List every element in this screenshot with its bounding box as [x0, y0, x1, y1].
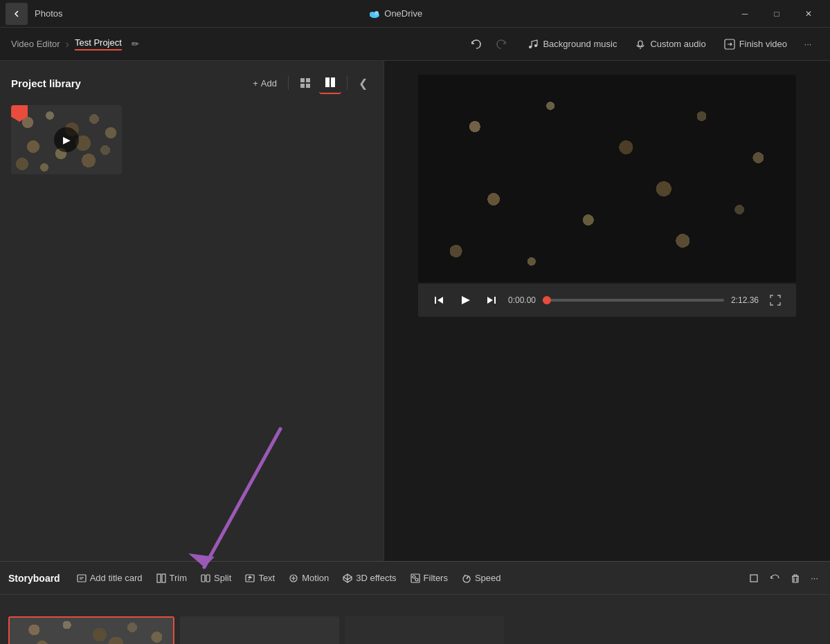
video-preview [418, 75, 796, 282]
panel-controls: + Add ❮ [247, 72, 372, 94]
skip-back-button[interactable] [429, 291, 449, 310]
svg-point-26 [415, 578, 418, 581]
svg-point-22 [249, 576, 251, 578]
svg-rect-28 [750, 575, 757, 582]
panel-title: Project library [11, 77, 81, 89]
grid-large-icon [325, 77, 336, 88]
view-grid-large-button[interactable] [319, 72, 341, 94]
storyboard-toolbar: Storyboard Add title card Trim Split [0, 562, 830, 595]
svg-rect-13 [331, 77, 335, 87]
library-item[interactable]: ▶ [11, 105, 122, 174]
add-label: Add [261, 78, 277, 89]
project-library-panel: Project library + Add [0, 61, 384, 561]
add-title-card-button[interactable]: Add title card [71, 569, 148, 587]
video-controls: 0:00.00 2:12.36 [418, 284, 796, 317]
background-music-button[interactable]: Background music [519, 35, 625, 54]
onedrive-label: OneDrive [384, 8, 422, 19]
rotate-icon [769, 573, 780, 584]
fullscreen-button[interactable] [766, 291, 785, 310]
bg-music-label: Background music [543, 39, 617, 49]
breadcrumb: Video Editor › Test Project ✏ [11, 37, 139, 50]
back-button[interactable] [6, 3, 28, 25]
custom-audio-label: Custom audio [650, 39, 705, 49]
svg-rect-9 [306, 78, 310, 82]
minimize-button[interactable]: ─ [729, 3, 761, 25]
breadcrumb-parent[interactable]: Video Editor [11, 39, 60, 49]
svg-rect-29 [793, 576, 798, 582]
collapse-panel-button[interactable]: ❮ [353, 73, 372, 93]
app-title: Photos [35, 8, 62, 19]
motion-icon [289, 573, 298, 583]
add-media-button[interactable]: + Add [247, 75, 282, 91]
finish-video-button[interactable]: Finish video [716, 35, 795, 54]
finish-video-label: Finish video [739, 39, 787, 49]
panel-header: Project library + Add [11, 72, 372, 94]
svg-rect-19 [201, 575, 205, 582]
crop-button[interactable] [745, 569, 763, 587]
text-icon [245, 573, 255, 583]
progress-indicator[interactable] [543, 296, 551, 304]
more-options-button[interactable]: ··· [797, 33, 819, 55]
storyboard-label: Storyboard [8, 573, 60, 584]
progress-bar[interactable] [543, 299, 724, 302]
storyboard-clip-1[interactable]: 🔇 [8, 616, 174, 644]
redo-button[interactable] [490, 33, 512, 55]
svg-rect-14 [435, 297, 436, 304]
svg-rect-18 [162, 574, 165, 582]
svg-rect-11 [306, 84, 310, 88]
onedrive-icon [369, 8, 380, 19]
speed-button[interactable]: Speed [456, 569, 507, 587]
title-card-icon [77, 573, 87, 583]
close-button[interactable]: ✕ [793, 3, 824, 25]
rotate-button[interactable] [766, 569, 784, 587]
play-button[interactable] [455, 291, 475, 310]
edit-icon[interactable]: ✏ [132, 39, 139, 49]
delete-button[interactable] [786, 569, 804, 587]
svg-rect-5 [638, 41, 642, 46]
svg-point-1 [370, 12, 375, 16]
view-grid-small-button[interactable] [294, 72, 316, 94]
split-label: Split [214, 573, 231, 583]
split-button[interactable]: Split [195, 569, 237, 587]
text-button[interactable]: Text [240, 569, 280, 587]
time-total: 2:12.36 [731, 295, 759, 305]
storyboard: Storyboard Add title card Trim Split [0, 561, 830, 644]
trim-button[interactable]: Trim [151, 569, 193, 587]
speed-label: Speed [475, 573, 501, 583]
delete-icon [790, 573, 801, 584]
titlebar: Photos OneDrive ─ □ ✕ [0, 0, 830, 28]
storyboard-more-button[interactable]: ··· [807, 569, 822, 587]
svg-rect-24 [411, 574, 419, 582]
crop-icon [748, 573, 759, 584]
play-overlay: ▶ [54, 127, 79, 152]
svg-rect-20 [206, 575, 210, 582]
filters-button[interactable]: Filters [405, 569, 453, 587]
undo-button[interactable] [465, 33, 487, 55]
svg-rect-10 [300, 84, 305, 88]
effects-3d-icon [343, 573, 352, 583]
add-title-card-label: Add title card [90, 573, 143, 583]
motion-button[interactable]: Motion [283, 569, 334, 587]
custom-audio-button[interactable]: Custom audio [626, 35, 714, 54]
filters-label: Filters [424, 573, 448, 583]
export-icon [724, 39, 735, 50]
skip-back-icon [433, 295, 444, 306]
grid-small-icon [300, 77, 311, 89]
storyboard-clip-3[interactable] [345, 616, 504, 644]
breadcrumb-separator: › [66, 38, 69, 50]
svg-point-25 [413, 576, 415, 578]
clip-thumbnail [10, 618, 173, 644]
item-thumbnail: ▶ [11, 105, 122, 174]
maximize-button[interactable]: □ [761, 3, 793, 25]
split-icon [201, 573, 210, 583]
svg-rect-15 [494, 297, 496, 304]
breadcrumb-current[interactable]: Test Project [75, 37, 122, 50]
trim-icon [156, 573, 166, 583]
time-current: 0:00.00 [508, 295, 536, 305]
toolbar: Video Editor › Test Project ✏ Backgro [0, 28, 830, 61]
music-icon [527, 39, 539, 50]
trim-label: Trim [170, 573, 188, 583]
effects-3d-button[interactable]: 3D effects [337, 569, 402, 587]
storyboard-clip-2[interactable] [180, 616, 339, 644]
skip-forward-button[interactable] [482, 291, 501, 310]
